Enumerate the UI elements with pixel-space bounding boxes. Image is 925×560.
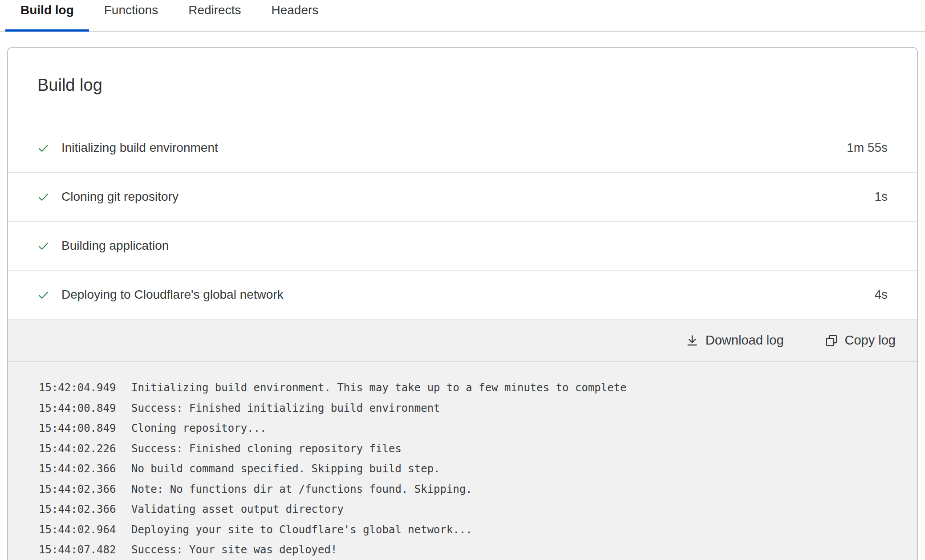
log-message: Validating asset output directory (131, 499, 344, 520)
download-log-button[interactable]: Download log (678, 333, 791, 348)
tab-build-log[interactable]: Build log (5, 0, 89, 31)
page-title: Build log (8, 48, 917, 95)
log-message: Note: No functions dir at /functions fou… (131, 479, 472, 500)
log-line: 15:44:00.849 Success: Finished initializ… (39, 398, 899, 419)
build-step-deploying[interactable]: Deploying to Cloudflare's global network… (8, 270, 917, 319)
log-message: Cloning repository... (131, 418, 266, 439)
step-label: Deploying to Cloudflare's global network (61, 288, 284, 302)
log-message: Deploying your site to Cloudflare's glob… (131, 520, 472, 540)
download-icon (686, 334, 699, 347)
build-step-building[interactable]: Building application (8, 221, 917, 270)
log-timestamp: 15:44:02.366 (39, 499, 116, 520)
step-duration: 1s (874, 190, 888, 204)
build-log-card: Build log Initializing build environment… (7, 47, 918, 560)
log-timestamp: 15:42:04.949 (39, 378, 116, 398)
copy-log-button[interactable]: Copy log (818, 333, 903, 348)
tab-headers[interactable]: Headers (256, 0, 333, 31)
log-timestamp: 15:44:00.849 (39, 418, 116, 439)
log-output[interactable]: 15:42:04.949 Initializing build environm… (8, 362, 917, 560)
log-line: 15:44:02.366 No build command specified.… (39, 459, 899, 479)
log-message: No build command specified. Skipping bui… (131, 459, 440, 479)
log-timestamp: 15:44:02.226 (39, 439, 116, 459)
log-toolbar: Download log Copy log (8, 319, 917, 362)
log-timestamp: 15:44:00.849 (39, 398, 116, 419)
copy-log-label: Copy log (845, 333, 896, 348)
log-message: Success: Your site was deployed! (131, 540, 337, 560)
log-line: 15:44:02.226 Success: Finished cloning r… (39, 439, 899, 459)
log-timestamp: 15:44:02.366 (39, 479, 116, 500)
log-line: 15:44:02.964 Deploying your site to Clou… (39, 520, 899, 540)
build-steps-list: Initializing build environment 1m 55s Cl… (8, 124, 917, 319)
log-timestamp: 15:44:02.366 (39, 459, 116, 479)
check-icon (37, 191, 49, 203)
download-log-label: Download log (706, 333, 784, 348)
log-line: 15:44:02.366 Validating asset output dir… (39, 499, 899, 520)
step-label: Cloning git repository (61, 190, 179, 204)
tab-redirects[interactable]: Redirects (173, 0, 256, 31)
step-label: Initializing build environment (61, 141, 218, 155)
log-line: 15:44:07.482 Success: Your site was depl… (39, 540, 899, 560)
log-message: Success: Finished cloning repository fil… (131, 439, 402, 459)
log-line: 15:44:02.366 Note: No functions dir at /… (39, 479, 899, 500)
copy-icon (825, 334, 838, 347)
build-step-cloning[interactable]: Cloning git repository 1s (8, 172, 917, 221)
log-line: 15:42:04.949 Initializing build environm… (39, 378, 899, 398)
tab-bar: Build log Functions Redirects Headers (0, 0, 925, 32)
check-icon (37, 289, 49, 301)
log-message: Initializing build environment. This may… (131, 378, 627, 398)
step-duration: 4s (874, 288, 888, 302)
step-duration: 1m 55s (847, 141, 888, 155)
check-icon (37, 142, 49, 154)
log-timestamp: 15:44:02.964 (39, 520, 116, 540)
build-step-initializing[interactable]: Initializing build environment 1m 55s (8, 124, 917, 172)
log-message: Success: Finished initializing build env… (131, 398, 440, 419)
tab-functions[interactable]: Functions (89, 0, 173, 31)
log-timestamp: 15:44:07.482 (39, 540, 116, 560)
step-label: Building application (61, 239, 169, 253)
log-line: 15:44:00.849 Cloning repository... (39, 418, 899, 439)
check-icon (37, 240, 49, 252)
